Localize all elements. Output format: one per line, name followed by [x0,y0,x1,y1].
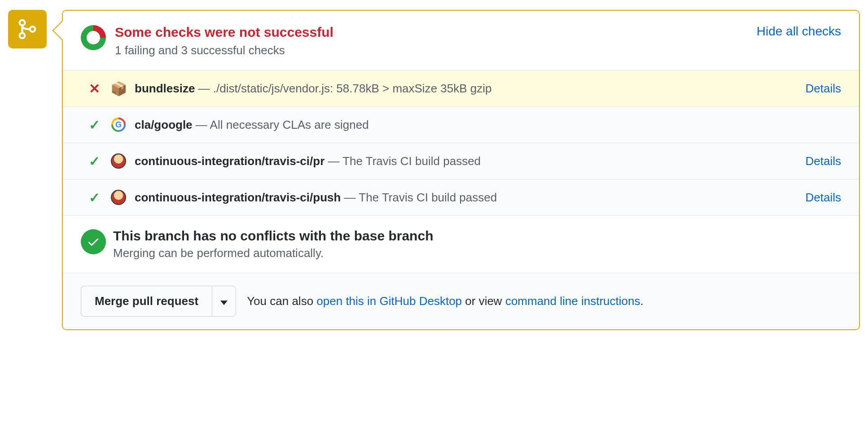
check-text: continuous-integration/travis-ci/push — … [135,191,797,205]
check-details-link[interactable]: Details [806,154,841,168]
open-github-desktop-link[interactable]: open this in GitHub Desktop [316,294,462,308]
check-row: ✓continuous-integration/travis-ci/push —… [63,179,859,216]
git-merge-icon [17,19,38,39]
check-icon: ✓ [89,190,100,205]
check-text: bundlesize — ./dist/static/js/vendor.js:… [135,82,797,96]
merge-footer: Merge pull request You can also open thi… [63,273,859,329]
merge-footer-text: You can also open this in GitHub Desktop… [247,294,644,308]
check-name: bundlesize [135,82,195,95]
check-description: ./dist/static/js/vendor.js: 58.78kB > ma… [213,82,492,95]
checks-header-subtitle: 1 failing and 3 successful checks [115,44,841,57]
x-icon: ✕ [89,81,100,96]
conflicts-subtitle: Merging can be performed automatically. [113,246,841,260]
travis-icon [110,153,127,169]
checks-header-title: Some checks were not successful [115,23,841,41]
check-icon: ✓ [89,153,100,169]
check-description: The Travis CI build passed [359,191,497,204]
success-circle-icon [81,229,106,254]
check-text: cla/google — All necessary CLAs are sign… [135,118,841,132]
check-icon [87,235,100,249]
merge-timeline-badge [8,10,47,48]
check-description: All necessary CLAs are signed [210,118,369,131]
merge-options-dropdown-button[interactable] [212,286,236,317]
conflicts-title: This branch has no conflicts with the ba… [113,228,841,244]
check-details-link[interactable]: Details [806,191,841,205]
check-name: cla/google [135,118,193,131]
merge-pull-request-button[interactable]: Merge pull request [81,286,212,317]
check-text: continuous-integration/travis-ci/pr — Th… [135,154,797,168]
hide-all-checks-link[interactable]: Hide all checks [757,24,841,39]
check-details-link[interactable]: Details [806,82,841,96]
command-line-instructions-link[interactable]: command line instructions [505,294,640,308]
check-row: ✓cla/google — All necessary CLAs are sig… [63,107,859,143]
check-icon: ✓ [89,117,100,133]
package-icon: 📦 [110,80,127,96]
check-row: ✓continuous-integration/travis-ci/pr — T… [63,143,859,179]
merge-status-box: Some checks were not successful 1 failin… [62,10,860,330]
caret-down-icon [220,301,228,305]
check-row: ✕📦bundlesize — ./dist/static/js/vendor.j… [63,70,859,107]
check-name: continuous-integration/travis-ci/push [135,191,341,204]
google-icon [110,117,127,133]
checks-donut-icon [81,25,106,50]
merge-button-group: Merge pull request [81,286,236,317]
check-description: The Travis CI build passed [342,154,481,168]
travis-icon [110,189,127,205]
conflicts-section: This branch has no conflicts with the ba… [63,216,859,273]
checks-header-section: Some checks were not successful 1 failin… [63,11,859,70]
check-name: continuous-integration/travis-ci/pr [135,154,324,168]
